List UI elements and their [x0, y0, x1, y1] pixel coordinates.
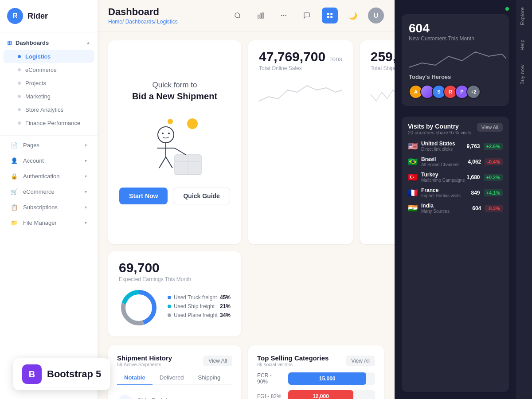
quick-guide-button[interactable]: Quick Guide: [173, 188, 230, 204]
selling-view-all[interactable]: View All: [346, 356, 375, 366]
sidebar-item-store-analytics[interactable]: Store Analytics: [4, 103, 94, 116]
online-indicator: [505, 7, 509, 11]
sidebar-item-marketing[interactable]: Marketing: [4, 90, 94, 103]
dark-panel-content: 604 New Customers This Month Today's Her…: [395, 0, 532, 399]
explore-tab[interactable]: Explore: [516, 0, 532, 32]
freight-legend: Used Truck freight 45% Used Ship freight…: [168, 294, 231, 321]
dot-icon: [18, 68, 21, 71]
svg-point-5: [286, 15, 286, 16]
truck-pct: 45%: [220, 294, 231, 301]
user-avatar[interactable]: U: [368, 8, 384, 23]
country-view-all[interactable]: View All: [477, 123, 503, 132]
chevron-down-icon: ▾: [85, 189, 87, 194]
fr-change: +4.1%: [484, 189, 503, 196]
dot-icon: [18, 121, 21, 125]
tab-delivered[interactable]: Delivered: [153, 371, 191, 385]
ship-pct: 21%: [220, 303, 231, 309]
chevron-down-icon: ▾: [85, 158, 87, 163]
bar-label-ecr: ECR - 90%: [257, 372, 284, 385]
fr-info: France Impact Radius visits: [421, 187, 471, 198]
total-shipments-label: Total Shipments: [371, 65, 395, 71]
start-now-button[interactable]: Start Now: [119, 188, 168, 204]
chat-button[interactable]: [299, 8, 315, 23]
selling-title: Top Selling Categories: [257, 354, 329, 362]
sidebar-item-logistics[interactable]: Logistics: [4, 50, 94, 63]
svg-rect-2: [260, 14, 262, 18]
svg-line-19: [159, 157, 166, 168]
in-name: India: [421, 203, 472, 209]
country-row-tr: 🇹🇷 Turkey Mailchimp Campaigns 1,680 +0.2…: [408, 172, 503, 183]
theme-toggle[interactable]: 🌙: [345, 8, 361, 23]
sidebar-item-ecommerce2[interactable]: 🛒 eCommerce ▾: [4, 184, 94, 199]
account-icon: 👤: [11, 157, 19, 164]
sidebar-item-subscriptions[interactable]: 📋 Subscriptions ▾: [4, 200, 94, 215]
shipment-icon: 🚢: [117, 395, 133, 399]
br-value: 4,062: [468, 159, 481, 165]
sidebar-item-projects[interactable]: Projects: [4, 77, 94, 90]
chart-button[interactable]: [253, 8, 269, 23]
ship-dot: [168, 305, 171, 308]
sidebar-item-label: Finance Performance: [25, 120, 80, 126]
tab-shipping[interactable]: Shipping: [191, 371, 228, 385]
bootstrap-icon: B: [22, 364, 42, 384]
br-name: Brasil: [421, 156, 468, 162]
buy-tab[interactable]: Buy now: [516, 57, 532, 92]
br-source: All Social Channels: [421, 162, 468, 167]
dashboards-group[interactable]: ⊞ Dashboards ▲: [0, 36, 98, 50]
bar-label-fgi: FGI - 82%: [257, 393, 284, 399]
breadcrumb-home: Home/: [108, 19, 124, 25]
chevron-down-icon: ▾: [85, 220, 87, 225]
country-row-fr: 🇫🇷 France Impact Radius visits 849 +4.1%: [408, 187, 503, 198]
heroes-avatars: A S R P +2: [409, 85, 502, 99]
visits-by-country: Visits by Country 20 countries share 97%…: [402, 117, 509, 392]
sidebar-item-filemanager[interactable]: 📁 File Manager ▾: [4, 215, 94, 230]
sidebar-item-authentication[interactable]: 🔒 Authentication ▾: [4, 169, 94, 184]
bootstrap-label: Bootstrap 5: [47, 368, 101, 380]
dashboards-icon: ⊞: [7, 39, 12, 46]
bars-container: ECR - 90% 15,000 FGI - 82% 12,000 EOQ - …: [257, 372, 375, 399]
total-sales-unit: Tons: [329, 55, 342, 63]
selling-card-header: Top Selling Categories 8k social visitor…: [257, 354, 375, 367]
top-selling-card: Top Selling Categories 8k social visitor…: [248, 345, 384, 399]
country-subtitle: 20 countries share 97% visits: [408, 130, 471, 135]
dashboards-chevron-icon: ▲: [86, 40, 90, 45]
sidebar-item-label: Marketing: [25, 93, 51, 100]
tab-notable[interactable]: Notable: [117, 371, 153, 385]
heroes-label: Today's Heroes: [409, 74, 502, 80]
grid-button[interactable]: [276, 8, 292, 23]
search-button[interactable]: [230, 8, 246, 23]
vertical-tabs: Explore Help Buy now: [516, 0, 532, 399]
help-tab[interactable]: Help: [516, 32, 532, 58]
svg-rect-10: [330, 16, 332, 18]
earnings-value: 69,700: [119, 260, 231, 275]
sidebar-item-finance[interactable]: Finance Performance: [4, 117, 94, 129]
earnings-label: Expected Earnings This Month: [119, 276, 231, 282]
svg-rect-1: [258, 15, 259, 18]
svg-point-16: [158, 127, 174, 143]
sidebar-logo[interactable]: R Rider: [0, 0, 98, 32]
dot-icon: [18, 82, 21, 85]
dashboards-section: ⊞ Dashboards ▲ Logistics eCommerce Proje…: [0, 32, 98, 133]
svg-rect-9: [327, 16, 329, 18]
in-value: 604: [472, 205, 481, 211]
auth-icon: 🔒: [11, 173, 19, 180]
plane-pct: 34%: [220, 312, 231, 318]
tr-info: Turkey Mailchimp Campaigns: [421, 172, 466, 183]
tr-value: 1,680: [466, 174, 480, 180]
shipment-view-all[interactable]: View All: [203, 356, 232, 366]
chevron-down-icon: ▾: [85, 143, 87, 148]
breadcrumb-current: Logistics: [157, 19, 178, 25]
sidebar-item-pages[interactable]: 📄 Pages ▾: [4, 138, 94, 153]
br-flag: 🇧🇷: [408, 157, 418, 167]
truck-label: Used Truck freight: [174, 294, 217, 301]
customers-label: New Customers This Month: [409, 35, 502, 42]
plane-dot: [168, 313, 171, 317]
sidebar-item-account[interactable]: 👤 Account ▾: [4, 153, 94, 168]
apps-button[interactable]: [322, 8, 338, 23]
dashboards-label: Dashboards: [16, 39, 49, 46]
svg-rect-8: [330, 13, 332, 15]
in-source: Many Sources: [421, 209, 472, 214]
sidebar-item-ecommerce[interactable]: eCommerce: [4, 63, 94, 76]
header-left: Dashboard Home/ Dashboards/ Logistics: [108, 6, 178, 25]
in-flag: 🇮🇳: [408, 203, 418, 213]
